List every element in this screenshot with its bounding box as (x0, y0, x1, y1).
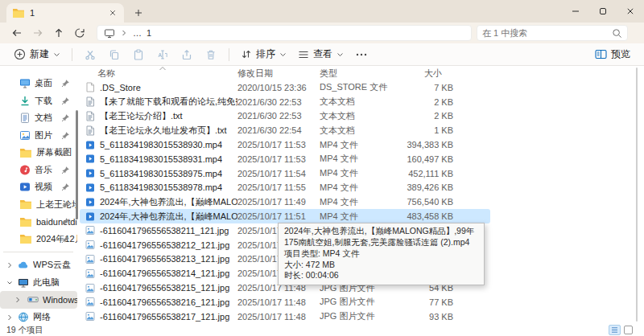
pictures-icon (19, 130, 31, 141)
forward-button[interactable] (27, 24, 48, 42)
table-row[interactable]: 5_6118341983015538930.mp42025/10/17 11:5… (80, 137, 490, 152)
file-list-body: .DS_Store2020/10/15 23:36DS_STORE 文件7 KB… (80, 80, 644, 324)
search-input[interactable] (482, 28, 612, 38)
chevron-down-icon (336, 51, 344, 58)
view-button[interactable]: 查看 (292, 45, 349, 64)
sidebar-item[interactable]: baidunetdisl (0, 213, 77, 231)
copy-button[interactable] (103, 46, 126, 64)
sidebar-item[interactable]: 下载 (0, 92, 77, 110)
paste-button[interactable] (127, 46, 150, 64)
table-row[interactable]: 【老王论坛介绍】.txt2021/6/30 22:53文本文档2 KB (80, 109, 490, 124)
chevron-right-icon (120, 28, 128, 38)
list-scrollbar[interactable] (636, 68, 638, 322)
view-button-label: 查看 (313, 47, 332, 61)
sidebar-item[interactable]: 此电脑 (0, 274, 77, 292)
sort-button[interactable]: 排序 (235, 45, 292, 64)
file-name-cell: 5_6118341983015538975.mp4 (80, 168, 237, 178)
table-row[interactable]: 2024年,大神包养流出,【巅峰MALONG精...2025/10/17 11:… (80, 195, 490, 209)
table-row[interactable]: .DS_Store2020/10/15 23:36DS_STORE 文件7 KB (80, 80, 490, 95)
sidebar-item[interactable]: WPS云盘 (0, 256, 77, 274)
sidebar-item[interactable]: 2024年12月, (0, 231, 77, 248)
videos-icon (19, 182, 31, 192)
tooltip-duration: 时长: 00:04:06 (284, 270, 478, 281)
maximize-button[interactable] (589, 0, 617, 23)
more-options-button[interactable] (350, 46, 373, 64)
sidebar-item[interactable]: 视频 (0, 178, 77, 196)
file-name: 5_6118341983015538931.mp4 (100, 154, 222, 164)
sidebar-item-label: 桌面 (35, 77, 52, 89)
breadcrumb-ellipsis[interactable]: … (133, 28, 142, 38)
table-row[interactable]: 5_6118341983015538975.mp42025/10/17 11:5… (80, 166, 490, 181)
up-button[interactable] (48, 24, 69, 42)
file-date: 2025/10/17 11:48 (237, 297, 320, 307)
file-name: 【老王论坛介绍】.txt (100, 110, 183, 122)
file-txt-icon (85, 96, 95, 107)
file-name: 【老王论坛永久地址发布页】.txt (100, 125, 227, 137)
file-size: 2 KB (392, 97, 455, 107)
file-name-cell: -6116041796556538217_121.jpg (80, 311, 237, 322)
sidebar-item[interactable]: 上老王论坛当 (0, 196, 77, 214)
sidebar-item[interactable]: Windows-SSD (0, 291, 77, 309)
tab-1[interactable]: 1 (6, 3, 124, 23)
network-icon (18, 312, 29, 322)
sidebar-item-label: Windows-SSD (43, 295, 77, 305)
thumbnails-view-icon[interactable] (624, 326, 633, 334)
chevron-right-icon[interactable] (6, 260, 14, 270)
table-row[interactable]: 2024年,大神包养流出,【巅峰MALONG精...2025/10/17 11:… (80, 209, 490, 223)
rename-button[interactable] (151, 46, 174, 64)
file-name: 5_6118341983015538978.mp4 (100, 182, 222, 192)
sidebar-item[interactable]: 音乐 (0, 162, 77, 179)
file-name: 2024年,大神包养流出,【巅峰MALONG精... (100, 196, 237, 208)
file-size: 77 KB (392, 297, 455, 307)
sidebar-item[interactable]: 网络 (0, 309, 77, 326)
tooltip-size: 大小: 472 MB (284, 260, 478, 271)
sidebar-item[interactable]: 屏幕截图 (0, 144, 77, 162)
new-tab-button[interactable] (130, 5, 147, 21)
column-header-date[interactable]: 修改日期 (237, 68, 320, 80)
close-button[interactable] (617, 0, 644, 23)
file-size: 7 KB (392, 83, 455, 92)
file-name-cell: -6116041796556538214_121.jpg (80, 268, 237, 279)
view-mode-switcher (609, 325, 633, 335)
this-pc-icon[interactable] (104, 28, 115, 39)
search-box[interactable] (477, 25, 628, 41)
share-button[interactable] (175, 46, 198, 64)
file-size: 1 KB (392, 125, 455, 135)
sidebar-item[interactable]: 文档 (0, 109, 77, 127)
table-row[interactable]: 5_6118341983015538931.mp42025/10/17 11:5… (80, 152, 490, 166)
back-button[interactable] (6, 24, 27, 42)
file-name: -6116041796556538211_121.jpg (100, 226, 229, 236)
refresh-button[interactable] (69, 24, 90, 42)
new-plus-icon (14, 48, 26, 60)
minimize-button[interactable] (562, 0, 589, 23)
chevron-down-icon[interactable] (6, 278, 14, 288)
delete-button[interactable] (200, 46, 222, 64)
details-view-icon[interactable] (609, 325, 621, 335)
sidebar-item[interactable]: 图片 (0, 127, 77, 145)
sidebar-item-label: 此电脑 (33, 277, 60, 289)
column-header-size[interactable]: 大小 (392, 68, 455, 80)
sidebar-scrollbar[interactable] (76, 110, 78, 219)
table-row[interactable]: 【来了就能下载和观看的论坛,纯免费!】.txt2021/6/30 22:53文本… (80, 95, 490, 109)
table-row[interactable]: -6116041796556538217_121.jpg2025/10/17 1… (80, 309, 490, 324)
file-mp4-icon (85, 140, 95, 150)
table-row[interactable]: 5_6118341983015538978.mp42025/10/17 11:5… (80, 181, 490, 195)
chevron-right-icon[interactable] (6, 313, 14, 322)
column-header-type[interactable]: 类型 (320, 68, 392, 80)
cut-button[interactable] (79, 46, 101, 64)
address-bar[interactable]: … 1 (97, 25, 472, 41)
tab-close-icon[interactable] (106, 6, 119, 19)
file-type: JPG 图片文件 (320, 310, 392, 322)
table-row[interactable]: 【老王论坛永久地址发布页】.txt2021/6/30 22:54文本文档1 KB (80, 123, 490, 137)
folder-icon (12, 7, 25, 18)
file-type: MP4 文件 (320, 211, 392, 223)
new-button[interactable]: 新建 (8, 45, 66, 64)
preview-button[interactable]: 预览 (589, 45, 636, 64)
titlebar: 1 (0, 0, 644, 23)
sidebar-item-label: 下载 (35, 95, 52, 107)
sidebar-item[interactable]: 桌面 (0, 75, 77, 92)
breadcrumb-current[interactable]: 1 (147, 28, 151, 38)
sidebar-item-label: 视频 (35, 181, 52, 193)
table-row[interactable]: -6116041796556538216_121.jpg2025/10/17 1… (80, 295, 490, 309)
chevron-right-icon[interactable] (14, 295, 22, 305)
